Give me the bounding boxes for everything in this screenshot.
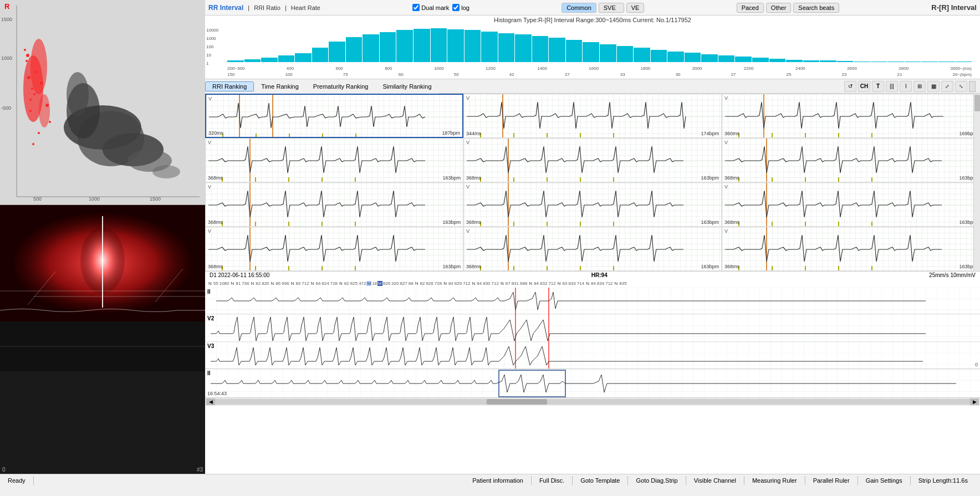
lead-ii-strip[interactable]: II xyxy=(205,288,980,314)
full-disc-btn[interactable]: Full Disc. xyxy=(532,476,573,485)
sve-dropdown[interactable]: SVE xyxy=(599,3,624,13)
ch-icon[interactable]: CH xyxy=(858,81,870,92)
multi-lead-strip: D1 2022-06-11 16:55:00 HR:94 25mm/s 10mm… xyxy=(205,272,980,369)
svg-rect-127 xyxy=(205,342,980,369)
lead-ii-svg xyxy=(205,288,980,314)
hist-bar xyxy=(837,61,854,62)
dual-mark-checkbox[interactable] xyxy=(412,4,420,11)
common-button[interactable]: Common xyxy=(562,3,596,13)
hist-bar xyxy=(667,52,684,62)
rhythm-svg xyxy=(205,369,980,398)
ecg-cell-9[interactable]: V 368ms 163bpm xyxy=(205,227,463,271)
hist-bar xyxy=(566,40,583,62)
zoom-icon[interactable]: ⤢ xyxy=(941,81,953,92)
ecg-cell-10[interactable]: V 368ms 163bpm xyxy=(463,227,722,271)
ruler-icon[interactable]: ||| xyxy=(886,81,898,92)
goto-template-btn[interactable]: Goto Template xyxy=(573,476,628,485)
svg-point-14 xyxy=(49,121,51,123)
hist-bar xyxy=(532,36,549,62)
hist-bar xyxy=(549,38,565,62)
grid2-icon[interactable]: ▦ xyxy=(927,81,940,92)
hist-bar xyxy=(465,30,481,62)
ecg-cell-time-0: 320ms xyxy=(208,130,223,136)
scroll-handle[interactable] xyxy=(969,81,976,92)
hist-bar xyxy=(718,55,735,62)
tab-time-ranking[interactable]: Time Ranking xyxy=(254,81,305,91)
svg-point-23 xyxy=(29,110,32,112)
black-panel: #3 0 xyxy=(0,321,205,474)
ecg-cell-0[interactable]: V 320ms 187b xyxy=(205,94,463,138)
hist-bar xyxy=(735,57,752,62)
top-toolbar: RR Interval | RRI Ratio | Heart Rate Dua… xyxy=(205,0,980,16)
ecg-cell-8[interactable]: V 368ms 163bpm xyxy=(722,182,980,227)
svg-point-16 xyxy=(32,143,34,145)
hist-bar xyxy=(244,59,261,62)
ecg-wave-5 xyxy=(722,139,979,182)
hist-bar xyxy=(617,46,634,62)
ecg-scroll-thumb[interactable] xyxy=(974,95,980,111)
main-container: R 1500 1000 -500 500 1000 1500 xyxy=(0,0,980,474)
search-beats-button[interactable]: Search beats xyxy=(793,3,839,13)
scatter-svg xyxy=(0,0,205,205)
tab-rri-ranking[interactable]: RRI Ranking xyxy=(205,81,254,91)
ecg-grid: V 320ms 187b xyxy=(205,94,980,272)
measuring-ruler-btn[interactable]: Measuring Ruler xyxy=(744,476,805,485)
ecg-scrollbar[interactable] xyxy=(973,94,980,271)
ecg-wave-0 xyxy=(206,95,462,137)
hist-bar xyxy=(515,34,532,62)
paced-dropdown[interactable]: Paced xyxy=(737,3,764,13)
ecg-cell-5[interactable]: V 368ms 163bpm xyxy=(722,138,980,182)
ve-dropdown[interactable]: VE xyxy=(626,3,645,13)
ecg-cell-bpm-0: 187bpm xyxy=(442,130,460,136)
rr-interval-tab[interactable]: RR Interval xyxy=(208,4,243,12)
ecg-cell-11[interactable]: V 368ms 163bpm xyxy=(722,227,980,271)
ecg-cell-6[interactable]: V 368ms 163bpm xyxy=(205,182,463,227)
patient-info-btn[interactable]: Patient information xyxy=(465,476,532,485)
histogram-title: Histogram Type:R-[R] Interval Range:300~… xyxy=(494,17,691,23)
gain-settings-btn[interactable]: Gain Settings xyxy=(858,476,911,485)
heart-rate-tab[interactable]: Heart Rate xyxy=(291,4,320,11)
goto-diag-strip-btn[interactable]: Goto Diag.Strip xyxy=(628,476,686,485)
visible-channel-btn[interactable]: Visible Channel xyxy=(686,476,744,485)
grid-icon[interactable]: ⊞ xyxy=(913,81,926,92)
tab-similarity-ranking[interactable]: Similarity Ranking xyxy=(375,81,438,91)
histogram-section: Histogram Type:R-[R] Interval Range:300~… xyxy=(205,16,980,79)
hist-bar xyxy=(752,58,769,62)
ecg-wave-10 xyxy=(464,227,721,270)
text-icon[interactable]: T xyxy=(872,81,884,92)
ecg-cell-4[interactable]: V 368ms 163bpm xyxy=(463,138,722,182)
waveform-icon[interactable]: ⌇ xyxy=(900,81,912,92)
refresh-icon[interactable]: ↺ xyxy=(844,81,856,92)
log-checkbox[interactable] xyxy=(452,4,460,11)
tab-prematurity-ranking[interactable]: Prematurity Ranking xyxy=(306,81,376,91)
main-scrollbar[interactable]: ◀ ▶ xyxy=(205,398,980,406)
dual-mark-checkbox-group[interactable]: Dual mark xyxy=(412,4,449,11)
scroll-left-btn[interactable]: ◀ xyxy=(206,398,215,405)
lead-v3-strip[interactable]: V3 0 xyxy=(205,342,980,369)
ecg-cell-1[interactable]: V 344ms 174bpm xyxy=(463,94,722,138)
ecg-cell-3[interactable]: V 368ms 163bpm xyxy=(205,138,463,182)
other-dropdown[interactable]: Other xyxy=(766,3,792,13)
ecg-wave-8 xyxy=(722,183,979,226)
strip-date-label: D1 2022-06-11 16:55:00 xyxy=(210,272,269,278)
lead-v2-strip[interactable]: V2 xyxy=(205,314,980,342)
hist-bar xyxy=(786,60,803,62)
ecg-cell-2[interactable]: V 360ms 169bpm xyxy=(722,94,980,138)
scroll-track[interactable] xyxy=(215,399,970,405)
rri-ratio-tab[interactable]: RRI Ratio xyxy=(254,4,280,11)
log-checkbox-group[interactable]: log xyxy=(452,4,469,11)
tool-icons: ↺ CH T ||| ⌇ ⊞ ▦ ⤢ ⤡ xyxy=(844,81,980,92)
scatter-plot[interactable]: R 1500 1000 -500 500 1000 1500 xyxy=(0,0,205,205)
scroll-right-btn[interactable]: ▶ xyxy=(970,398,979,405)
hist-bar xyxy=(921,62,938,62)
hist-bar xyxy=(346,37,363,62)
svg-point-19 xyxy=(25,60,28,62)
strip-header: D1 2022-06-11 16:55:00 HR:94 25mm/s 10mm… xyxy=(205,272,980,279)
expand-icon[interactable]: ⤡ xyxy=(955,81,967,92)
scroll-thumb-main[interactable] xyxy=(487,399,547,405)
ecg-cell-7[interactable]: V 368ms 163bpm xyxy=(463,182,722,227)
rhythm-strip[interactable]: II 16:54:43 xyxy=(205,369,980,398)
hist-bar xyxy=(600,44,616,62)
parallel-ruler-btn[interactable]: Parallel Ruler xyxy=(805,476,858,485)
ecg-wave-1 xyxy=(464,94,721,137)
